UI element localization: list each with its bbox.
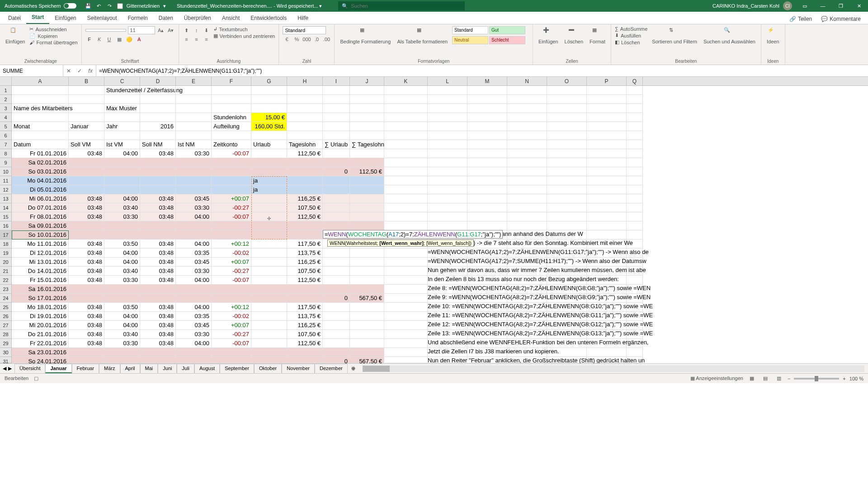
cell-P3[interactable]: [587, 104, 627, 113]
col-header-H[interactable]: H: [287, 77, 323, 85]
zoom-percent[interactable]: 100 %: [849, 376, 863, 381]
cell-K3[interactable]: [384, 104, 428, 113]
cell-F20[interactable]: +00:07: [212, 258, 251, 267]
ribbon-tab-hilfe[interactable]: Hilfe: [292, 12, 314, 24]
cell-E15[interactable]: 04:00: [176, 212, 212, 221]
cell-E29[interactable]: 04:00: [176, 339, 212, 348]
find-select-button[interactable]: 🔍Suchen und Auswählen: [702, 26, 757, 45]
cell-Q16[interactable]: [627, 221, 643, 230]
fill-button[interactable]: ⬇Ausfüllen: [615, 33, 647, 38]
row-header[interactable]: 19: [0, 249, 12, 258]
cell-F19[interactable]: -00:02: [212, 249, 251, 258]
cell-C29[interactable]: 03:30: [104, 339, 140, 348]
col-header-N[interactable]: N: [507, 77, 547, 85]
cell-D8[interactable]: 03:48: [140, 149, 176, 158]
cell-L1[interactable]: [428, 86, 467, 95]
cell-B6[interactable]: [69, 131, 104, 140]
font-family-select[interactable]: [85, 29, 126, 32]
cell-G11[interactable]: ja: [251, 176, 287, 185]
cell-L2[interactable]: [428, 95, 467, 104]
cell-I6[interactable]: [323, 131, 350, 140]
cell-G26[interactable]: [251, 312, 287, 321]
cell-M6[interactable]: [467, 131, 507, 140]
maximize-icon[interactable]: ❐: [832, 0, 850, 12]
cell-J1[interactable]: [350, 86, 384, 95]
cell-F30[interactable]: [212, 348, 251, 357]
cell-G7[interactable]: Urlaub: [251, 140, 287, 149]
cell-I3[interactable]: [323, 104, 350, 113]
cell-C25[interactable]: 03:50: [104, 303, 140, 312]
row-header[interactable]: 7: [0, 140, 12, 149]
cell-N11[interactable]: [507, 176, 547, 185]
cell-B10[interactable]: [69, 167, 104, 176]
align-center-icon[interactable]: ≡: [193, 35, 201, 43]
cell-N16[interactable]: [507, 221, 547, 230]
cell-B24[interactable]: [69, 294, 104, 303]
cell-styles-gallery[interactable]: Standard Gut Neutral Schlecht: [452, 26, 529, 45]
cell-E19[interactable]: 03:35: [176, 249, 212, 258]
cell-D26[interactable]: 03:48: [140, 312, 176, 321]
redo-icon[interactable]: ↷: [106, 2, 113, 9]
cell-K4[interactable]: [384, 113, 428, 122]
cell-C18[interactable]: 03:50: [104, 239, 140, 249]
cell-M9[interactable]: [467, 158, 507, 167]
cell-J24[interactable]: 567,50 €: [350, 294, 384, 303]
cell-O9[interactable]: [547, 158, 587, 167]
cell-B5[interactable]: Januar: [69, 122, 104, 131]
col-header-J[interactable]: J: [350, 77, 384, 85]
cell-F22[interactable]: -00:07: [212, 276, 251, 285]
col-header-G[interactable]: G: [251, 77, 287, 85]
cell-H18[interactable]: 117,50 €: [287, 239, 323, 249]
cell-A8[interactable]: Fr 01.01.2016: [12, 149, 69, 158]
cell-M3[interactable]: [467, 104, 507, 113]
row-header[interactable]: 9: [0, 158, 12, 167]
cell-C16[interactable]: [104, 221, 140, 230]
cell-B15[interactable]: 03:48: [69, 212, 104, 221]
cell-L6[interactable]: [428, 131, 467, 140]
row-header[interactable]: 22: [0, 276, 12, 285]
col-header-I[interactable]: I: [323, 77, 350, 85]
cell-A29[interactable]: Fr 22.01.2016: [12, 339, 69, 348]
cell-D19[interactable]: 03:48: [140, 249, 176, 258]
cell-Q30[interactable]: [627, 348, 643, 357]
cell-F29[interactable]: -00:07: [212, 339, 251, 348]
delete-cells-button[interactable]: ➖Löschen: [563, 26, 585, 45]
cell-M11[interactable]: [467, 176, 507, 185]
cell-J25[interactable]: [350, 303, 384, 312]
cell-D5[interactable]: 2016: [140, 122, 176, 131]
insert-cells-button[interactable]: ➕Einfügen: [537, 26, 560, 45]
cell-E5[interactable]: [176, 122, 212, 131]
cell-B17[interactable]: [69, 230, 104, 239]
cell-A19[interactable]: Di 12.01.2016: [12, 249, 69, 258]
cell-H28[interactable]: 107,50 €: [287, 330, 323, 339]
cell-Q12[interactable]: [627, 185, 643, 194]
cell-I25[interactable]: [323, 303, 350, 312]
cell-F5[interactable]: Aufteilung: [212, 122, 251, 131]
cell-F24[interactable]: [212, 294, 251, 303]
cell-F18[interactable]: +00:12: [212, 239, 251, 249]
cell-I29[interactable]: [323, 339, 350, 348]
row-header[interactable]: 24: [0, 294, 12, 303]
cell-H20[interactable]: 116,25 €: [287, 258, 323, 267]
cell-L4[interactable]: [428, 113, 467, 122]
page-break-icon[interactable]: ▥: [774, 375, 784, 383]
cell-F3[interactable]: [212, 104, 251, 113]
cell-M2[interactable]: [467, 95, 507, 104]
sheet-tab-mai[interactable]: Mai: [140, 364, 158, 373]
cell-H16[interactable]: [287, 221, 323, 230]
cell-A10[interactable]: So 03.01.2016: [12, 167, 69, 176]
cell-K29[interactable]: [384, 339, 428, 348]
cell-C17[interactable]: [104, 230, 140, 239]
cell-F6[interactable]: [212, 131, 251, 140]
cell-O11[interactable]: [547, 176, 587, 185]
cell-K9[interactable]: [384, 158, 428, 167]
cell-K1[interactable]: [384, 86, 428, 95]
cell-P2[interactable]: [587, 95, 627, 104]
cell-Q13[interactable]: [627, 194, 643, 203]
align-top-icon[interactable]: ⬆: [183, 26, 191, 34]
cell-E7[interactable]: Ist NM: [176, 140, 212, 149]
cell-J27[interactable]: [350, 321, 384, 330]
cell-I15[interactable]: [323, 212, 350, 221]
sheet-next-icon[interactable]: ▶: [8, 366, 12, 371]
cell-D16[interactable]: [140, 221, 176, 230]
